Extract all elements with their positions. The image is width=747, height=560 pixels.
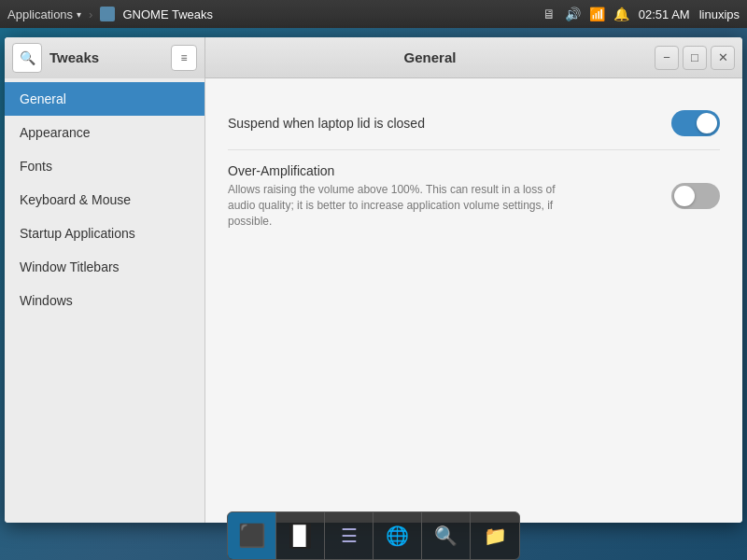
suspend-toggle-knob — [697, 113, 717, 133]
maximize-button[interactable]: □ — [683, 46, 707, 70]
minimize-icon: − — [663, 50, 670, 64]
sidebar-item-label: Appearance — [20, 125, 91, 140]
window-controls: − □ ✕ — [655, 46, 742, 70]
window-title: General — [404, 49, 457, 65]
search-glass-icon: 🔍 — [434, 525, 458, 547]
sidebar-item-label: Window Titlebars — [20, 259, 120, 274]
apps-label: Applications — [7, 7, 73, 21]
window-title-area: General — [205, 49, 655, 65]
suspend-label: Suspend when laptop lid is closed — [228, 116, 425, 131]
sound-icon[interactable]: 🔊 — [566, 7, 581, 21]
window-titlebar: 🔍 Tweaks ≡ General − □ ✕ — [5, 37, 742, 78]
filemanager-icon: 📁 — [484, 525, 507, 547]
display-icon[interactable]: 🖥 — [542, 7, 557, 21]
notifications-icon[interactable]: 🔔 — [614, 7, 629, 21]
chevron-icon: ▾ — [77, 9, 81, 20]
over-amplification-toggle[interactable] — [671, 183, 720, 209]
taskbar-item-terminal[interactable]: ▉ — [276, 512, 325, 559]
sidebar-item-keyboard-mouse[interactable]: Keyboard & Mouse — [5, 183, 204, 217]
sidebar-item-label: General — [20, 91, 66, 106]
suspend-setting-row: Suspend when laptop lid is closed — [228, 97, 720, 150]
taskbar: ⬛ ▉ ☰ 🌐 🔍 📁 — [0, 511, 747, 560]
search-button[interactable]: 🔍 — [12, 43, 42, 73]
window-body: General Appearance Fonts Keyboard & Mous… — [5, 78, 742, 523]
sidebar-item-general[interactable]: General — [5, 82, 204, 116]
over-amplification-toggle-knob — [674, 186, 695, 206]
maximize-icon: □ — [691, 50, 698, 64]
sidebar-item-label: Startup Applications — [20, 226, 135, 241]
gnome-tweaks-window: 🔍 Tweaks ≡ General − □ ✕ General — [5, 37, 742, 523]
sidebar-item-window-titlebars[interactable]: Window Titlebars — [5, 250, 204, 284]
browser-icon: 🌐 — [386, 525, 409, 547]
topbar: Applications ▾ › GNOME Tweaks 🖥 🔊 📶 🔔 02… — [0, 0, 747, 28]
hamburger-icon: ≡ — [180, 51, 187, 64]
terminal-icon: ▉ — [289, 523, 311, 549]
texteditor-icon: ☰ — [341, 525, 358, 547]
sidebar-item-startup-applications[interactable]: Startup Applications — [5, 217, 204, 250]
tweaks-label: Tweaks — [49, 49, 163, 65]
sidebar-item-windows[interactable]: Windows — [5, 284, 204, 317]
files-icon: ⬛ — [238, 523, 266, 549]
app-icon — [100, 7, 115, 21]
search-icon: 🔍 — [20, 50, 35, 65]
close-icon: ✕ — [718, 50, 728, 64]
taskbar-item-browser[interactable]: 🌐 — [374, 512, 422, 559]
applications-menu[interactable]: Applications ▾ — [7, 7, 81, 21]
sidebar-item-label: Keyboard & Mouse — [20, 192, 131, 207]
sidebar: General Appearance Fonts Keyboard & Mous… — [5, 78, 205, 523]
taskbar-item-search[interactable]: 🔍 — [422, 512, 471, 559]
username: linuxips — [699, 7, 740, 21]
taskbar-item-files[interactable]: ⬛ — [228, 512, 276, 559]
sidebar-header: 🔍 Tweaks ≡ — [5, 37, 205, 78]
sidebar-item-fonts[interactable]: Fonts — [5, 149, 204, 183]
taskbar-item-filemanager[interactable]: 📁 — [471, 512, 519, 559]
menu-button[interactable]: ≡ — [171, 45, 197, 71]
over-amplification-label: Over-Amplification — [228, 163, 583, 178]
app-title: GNOME Tweaks — [122, 7, 213, 21]
suspend-setting-info: Suspend when laptop lid is closed — [228, 116, 425, 131]
taskbar-inner: ⬛ ▉ ☰ 🌐 🔍 📁 — [227, 511, 520, 560]
over-amplification-setting-row: Over-Amplification Allows raising the vo… — [228, 150, 720, 242]
over-amplification-description: Allows raising the volume above 100%. Th… — [228, 182, 583, 229]
topbar-separator: › — [89, 7, 92, 21]
over-amplification-setting-info: Over-Amplification Allows raising the vo… — [228, 163, 583, 229]
sidebar-item-label: Fonts — [20, 159, 52, 174]
suspend-toggle[interactable] — [671, 110, 720, 136]
clock: 02:51 AM — [639, 7, 690, 21]
minimize-button[interactable]: − — [655, 46, 679, 70]
network-icon[interactable]: 📶 — [590, 7, 605, 21]
close-button[interactable]: ✕ — [711, 46, 735, 70]
main-content: Suspend when laptop lid is closed Over-A… — [205, 78, 742, 523]
taskbar-item-texteditor[interactable]: ☰ — [325, 512, 374, 559]
sidebar-item-label: Windows — [20, 293, 73, 308]
sidebar-item-appearance[interactable]: Appearance — [5, 116, 204, 149]
